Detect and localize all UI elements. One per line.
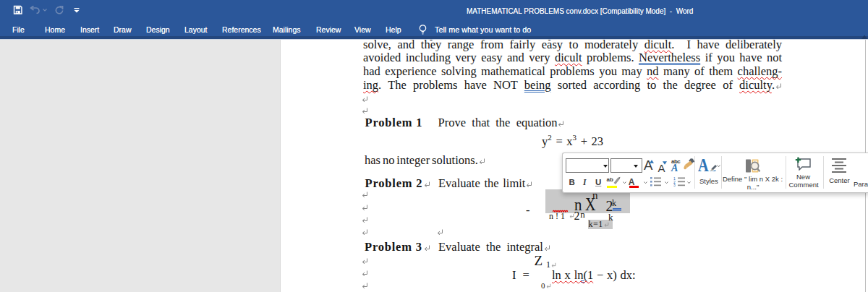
svg-text:3: 3	[673, 183, 676, 186]
